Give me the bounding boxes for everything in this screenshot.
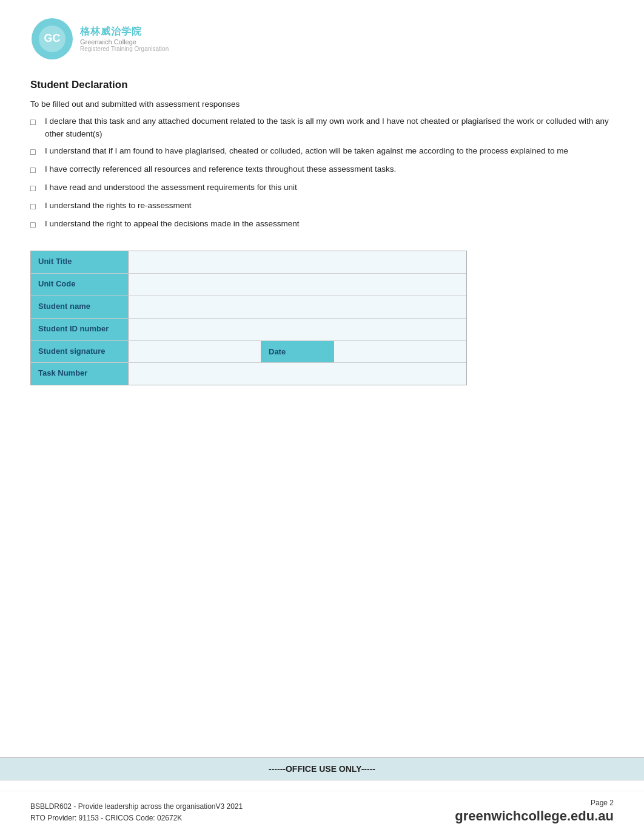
student-id-input[interactable] [128, 319, 466, 340]
form-row-unit-title: Unit Title [31, 251, 466, 274]
intro-text: To be filled out and submitted with asse… [30, 98, 614, 110]
form-row-student-name: Student name [31, 296, 466, 319]
footer-brand: greenwichcollege.edu.au [455, 808, 614, 824]
footer-right: Page 2 greenwichcollege.edu.au [455, 799, 614, 824]
declaration-text-6: I understand the right to appeal the dec… [45, 218, 300, 230]
svg-text:GC: GC [44, 32, 61, 44]
date-input[interactable] [334, 341, 466, 362]
declaration-text-3: I have correctly referenced all resource… [45, 163, 396, 175]
section-title: Student Declaration [30, 79, 614, 91]
unit-code-input[interactable] [128, 274, 466, 296]
checkbox-icon-1: □ [30, 116, 40, 129]
signature-input[interactable] [128, 341, 261, 362]
checkbox-icon-3: □ [30, 164, 40, 177]
checkbox-icon-4: □ [30, 182, 40, 195]
declaration-item-2: □ I understand that if I am found to hav… [30, 145, 614, 158]
declaration-text-5: I understand the rights to re-assessment [45, 200, 192, 212]
declaration-item-6: □ I understand the right to appeal the d… [30, 218, 614, 231]
unit-title-label: Unit Title [31, 251, 128, 273]
logo-area: GC 格林威治学院 Greenwich College Registered T… [30, 17, 614, 61]
student-id-label: Student ID number [31, 319, 128, 340]
unit-code-label: Unit Code [31, 274, 128, 296]
date-label: Date [261, 341, 334, 362]
form-table: Unit Title Unit Code Student name Studen… [30, 251, 467, 385]
checkbox-icon-2: □ [30, 146, 40, 158]
checkbox-icon-5: □ [30, 200, 40, 213]
declaration-text-2: I understand that if I am found to have … [45, 145, 568, 157]
declaration-text-1: I declare that this task and any attache… [45, 115, 614, 140]
unit-title-input[interactable] [128, 251, 466, 273]
logo-text: 格林威治学院 Greenwich College Registered Trai… [80, 25, 169, 52]
office-use-text: ------OFFICE USE ONLY----- [269, 764, 375, 774]
task-number-label: Task Number [31, 363, 128, 385]
signature-label: Student signature [31, 341, 128, 362]
form-row-student-id: Student ID number [31, 319, 466, 341]
student-name-label: Student name [31, 296, 128, 318]
task-number-input[interactable] [128, 363, 466, 385]
main-content: Student Declaration To be filled out and… [0, 79, 644, 385]
declaration-item-4: □ I have read and understood the assessm… [30, 181, 614, 195]
checkbox-icon-6: □ [30, 218, 40, 231]
declaration-item-1: □ I declare that this task and any attac… [30, 115, 614, 140]
footer-page: Page 2 [455, 799, 614, 807]
declaration-item-3: □ I have correctly referenced all resour… [30, 163, 614, 177]
declaration-text-4: I have read and understood the assessmen… [45, 181, 297, 194]
footer-line1: BSBLDR602 - Provide leadership across th… [30, 801, 243, 813]
page: GC 格林威治学院 Greenwich College Registered T… [0, 0, 644, 835]
declaration-item-5: □ I understand the rights to re-assessme… [30, 200, 614, 213]
student-name-input[interactable] [128, 296, 466, 318]
footer-brand-normal: .edu.au [567, 808, 614, 823]
office-use-banner: ------OFFICE USE ONLY----- [0, 757, 644, 780]
logo-icon: GC [30, 17, 74, 61]
footer-left: BSBLDR602 - Provide leadership across th… [30, 801, 243, 824]
footer-brand-bold: greenwichcollege [455, 808, 567, 823]
header: GC 格林威治学院 Greenwich College Registered T… [0, 0, 644, 61]
footer: BSBLDR602 - Provide leadership across th… [0, 791, 644, 835]
form-row-signature-date: Student signature Date [31, 341, 466, 363]
form-row-unit-code: Unit Code [31, 274, 466, 296]
form-row-task-number: Task Number [31, 363, 466, 385]
footer-line2: RTO Provider: 91153 - CRICOS Code: 02672… [30, 813, 243, 824]
